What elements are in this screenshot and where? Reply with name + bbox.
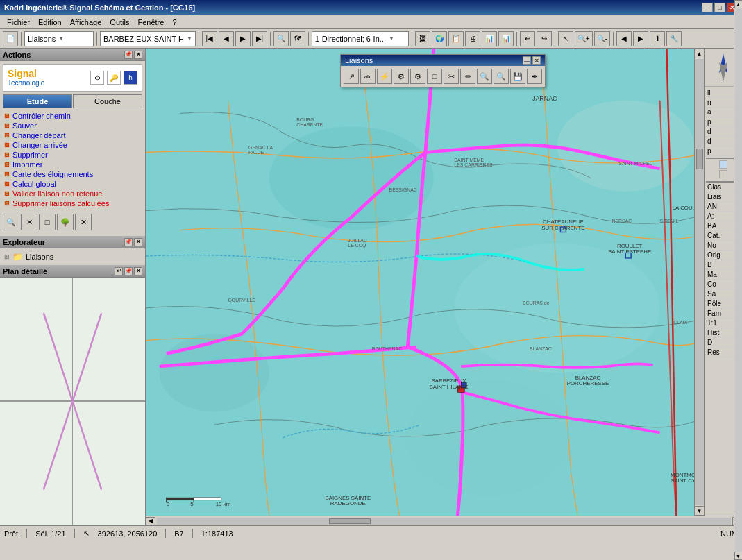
action-calcul-global[interactable]: ⊞ Calcul global <box>3 179 142 189</box>
tool-btn-2[interactable]: 🌍 <box>432 31 447 46</box>
lia-btn-pen[interactable]: ✒ <box>527 69 542 84</box>
menu-affichage[interactable]: Affichage <box>66 17 106 28</box>
minimize-button[interactable]: — <box>702 3 713 12</box>
action-tool-box[interactable]: □ <box>39 214 56 230</box>
action-supprimer-liaisons[interactable]: ⊞ Supprimer liaisons calculées <box>3 198 142 208</box>
lia-btn-edit[interactable]: ✏ <box>460 69 475 84</box>
lia-btn-save[interactable]: 💾 <box>510 69 525 84</box>
tool-btn-6[interactable]: 📊 <box>498 31 514 46</box>
svg-text:BOUTHENAC: BOUTHENAC <box>372 346 402 351</box>
toolbar-1: 📄 Liaisons ▼ BARBEZIEUX SAINT H ▼ |◀ ◀ ▶… <box>0 29 742 49</box>
svg-text:BLANZAC: BLANZAC <box>530 346 552 351</box>
map-area[interactable]: JARNAC CHATEAUNEUF SUR CHARENTE ROULLET … <box>146 49 694 516</box>
lia-btn-box[interactable]: □ <box>427 69 442 84</box>
explorer-liaisons-item[interactable]: ⊞ 📁 Liaisons <box>3 251 142 262</box>
vscroll-up-btn[interactable]: ▲ <box>695 49 705 58</box>
svg-point-6 <box>269 126 434 230</box>
hscroll-left-btn[interactable]: ◀ <box>146 517 155 525</box>
nav-btn-2[interactable]: ▶ <box>633 31 648 46</box>
explorer-close-icon[interactable]: ✕ <box>134 238 142 246</box>
action-tool-search[interactable]: 🔍 <box>3 214 19 230</box>
lia-btn-search2[interactable]: 🔍 <box>494 69 509 84</box>
direction-dropdown[interactable]: 1-Directionnel; 6-In... ▼ <box>312 31 409 46</box>
menu-outils[interactable]: Outils <box>106 17 133 28</box>
logo-icon-3[interactable]: h <box>124 71 137 85</box>
menu-help[interactable]: ? <box>168 17 180 28</box>
right-scroll-track <box>735 49 742 516</box>
liaisons-dropdown[interactable]: Liaisons ▼ <box>24 31 94 46</box>
action-supprimer[interactable]: ⊞ Supprimer <box>3 150 142 160</box>
svg-text:SAINT CYBARD: SAINT CYBARD <box>671 478 694 484</box>
action-tool-delete[interactable]: ✕ <box>21 214 37 230</box>
tool-btn-5[interactable]: 📊 <box>482 31 497 46</box>
action-carte-eloignements[interactable]: ⊞ Carte des éloignements <box>3 169 142 179</box>
menu-edition[interactable]: Edition <box>34 17 66 28</box>
lia-btn-arrow[interactable]: ↗ <box>344 69 359 84</box>
lia-btn-search1[interactable]: 🔍 <box>477 69 492 84</box>
lia-btn-anchor[interactable]: ⚡ <box>377 69 392 84</box>
zoom-in-btn[interactable]: 🔍+ <box>575 31 593 46</box>
plan-undo-icon[interactable]: ↩ <box>115 267 123 275</box>
nav-btn-3[interactable]: ⬆ <box>650 31 665 46</box>
menu-fenetre[interactable]: Fenêtre <box>133 17 168 28</box>
tab-couche[interactable]: Couche <box>73 94 142 108</box>
panel-pin-icon[interactable]: 📌 <box>124 51 133 59</box>
action-changer-arrivee[interactable]: ⊞ Changer arrivée <box>3 140 142 150</box>
map-btn[interactable]: 🗺 <box>290 31 305 46</box>
action-tool-tree[interactable]: 🌳 <box>57 214 74 230</box>
nav-btn-4[interactable]: 🔧 <box>666 31 682 46</box>
tool-btn-4[interactable]: 🖨 <box>465 31 480 46</box>
lia-btn-scissors[interactable]: ✂ <box>444 69 459 84</box>
action-tool-remove[interactable]: ✕ <box>75 214 92 230</box>
action-imprimer[interactable]: ⊞ Imprimer <box>3 160 142 169</box>
hscroll-thumb[interactable] <box>329 518 371 524</box>
nav-next-btn[interactable]: ▶ <box>235 31 251 46</box>
tool-btn-3[interactable]: 📋 <box>448 31 464 46</box>
right-icon-2[interactable] <box>719 170 727 178</box>
signal-logo: Signal Technologie ⚙ 🔑 h <box>3 64 142 92</box>
toolbar-file-icon[interactable]: 📄 <box>3 31 18 46</box>
menu-fichier[interactable]: Fichier <box>3 17 34 28</box>
svg-text:SAINT MICHEL: SAINT MICHEL <box>618 161 652 166</box>
action-label-7: Carte des éloignements <box>12 170 93 178</box>
nav-end-btn[interactable]: ▶| <box>252 31 267 46</box>
search-btn[interactable]: 🔍 <box>273 31 289 46</box>
location-dropdown[interactable]: BARBEZIEUX SAINT H ▼ <box>100 31 196 46</box>
action-changer-depart[interactable]: ⊞ Changer départ <box>3 130 142 140</box>
vscroll-thumb[interactable] <box>696 149 703 169</box>
nav-prev-btn[interactable]: ◀ <box>219 31 234 46</box>
explorer-pin-icon[interactable]: 📌 <box>124 238 133 246</box>
right-icon-1[interactable] <box>719 160 727 169</box>
panel-close-icon[interactable]: ✕ <box>134 51 142 59</box>
svg-text:PORCHERESSE: PORCHERESSE <box>567 380 609 387</box>
plan-map-svg <box>0 278 145 525</box>
vscroll-down-btn[interactable]: ▼ <box>695 506 705 516</box>
tab-etude[interactable]: Etude <box>3 94 72 108</box>
logo-icon-2[interactable]: 🔑 <box>107 71 121 85</box>
action-valider-liaison[interactable]: ⊞ Valider liaison non retenue <box>3 189 142 198</box>
liaisons-close-btn[interactable]: ✕ <box>532 56 541 65</box>
tool-btn-1[interactable]: 🖼 <box>415 31 430 46</box>
right-info-panel: N ll n a p d d p <box>704 49 742 516</box>
liaisons-min-btn[interactable]: — <box>523 56 531 65</box>
logo-icon-1[interactable]: ⚙ <box>90 71 104 85</box>
action-sauver[interactable]: ⊞ Sauver <box>3 121 142 130</box>
status-sep-1 <box>26 529 27 538</box>
undo-btn[interactable]: ↩ <box>520 31 535 46</box>
lia-btn-text[interactable]: abl <box>360 69 376 84</box>
cursor-btn[interactable]: ↖ <box>558 31 573 46</box>
zoom-out-btn[interactable]: 🔍- <box>594 31 610 46</box>
plan-pin-icon[interactable]: 📌 <box>124 267 133 275</box>
lia-btn-gear[interactable]: ⚙ <box>394 69 409 84</box>
nav-btn-1[interactable]: ◀ <box>616 31 632 46</box>
compass-svg: N <box>711 52 736 83</box>
maximize-button[interactable]: □ <box>714 3 725 12</box>
signal-brand: Signal <box>8 69 44 79</box>
redo-btn[interactable]: ↪ <box>537 31 552 46</box>
svg-text:SIREUIL: SIREUIL <box>660 219 679 223</box>
nav-start-btn[interactable]: |◀ <box>202 31 217 46</box>
sep9 <box>613 32 614 46</box>
action-controler-chemin[interactable]: ⊞ Contrôler chemin <box>3 111 142 121</box>
plan-close-icon[interactable]: ✕ <box>134 267 142 275</box>
lia-btn-gear2[interactable]: ⚙ <box>410 69 425 84</box>
